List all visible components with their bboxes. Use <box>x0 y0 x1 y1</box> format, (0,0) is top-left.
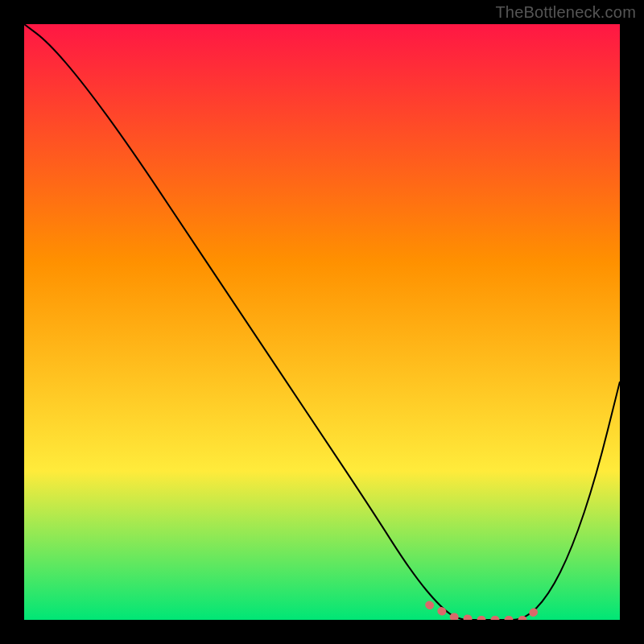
watermark-text: TheBottleneck.com <box>495 3 636 22</box>
chart-svg <box>24 24 620 620</box>
bottleneck-chart <box>24 24 620 620</box>
gradient-background <box>24 24 620 620</box>
